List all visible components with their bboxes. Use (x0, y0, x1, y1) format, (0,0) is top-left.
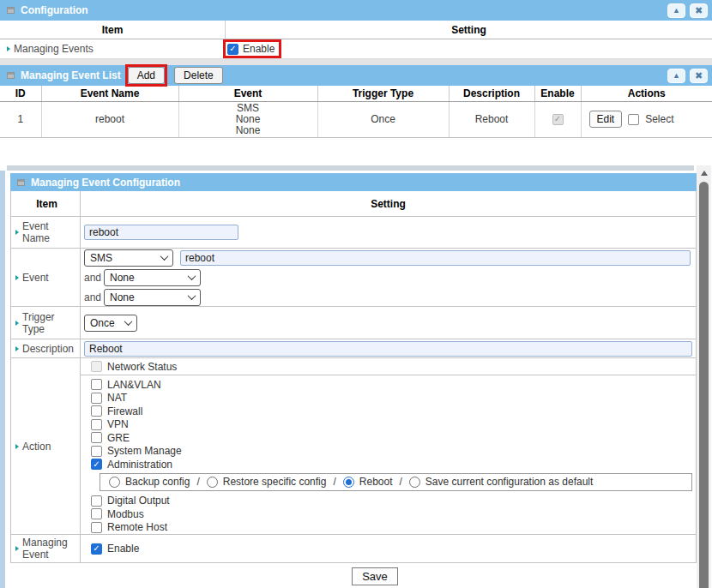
firewall-label: Firewall (107, 405, 142, 417)
panel-table: Item Setting Event Name reboot Event (10, 191, 697, 563)
window-icon (7, 7, 15, 14)
vpn-checkbox[interactable] (91, 419, 102, 430)
and-label: and (84, 272, 101, 284)
separator: / (196, 476, 199, 488)
list-item: VPN (91, 418, 696, 432)
event-name-input[interactable]: reboot (84, 225, 238, 240)
enable-label: Enable (243, 43, 275, 55)
event-row: Event SMS reboot and None (11, 249, 696, 307)
action-label: Action (22, 441, 51, 453)
row-arrow-icon (15, 444, 19, 449)
panel-top-strip (7, 165, 694, 171)
network-status-checkbox (91, 361, 102, 372)
column-actions: Actions (581, 86, 712, 101)
event-type-1: SMS (179, 103, 317, 114)
header-buttons: ▲ ✖ (667, 69, 708, 83)
gre-checkbox[interactable] (91, 432, 102, 443)
managing-events-enable-checkbox[interactable] (227, 44, 238, 55)
digital-output-checkbox[interactable] (91, 495, 102, 507)
restore-config-radio[interactable] (207, 477, 218, 488)
event-list-section: Managing Event List Add Delete ▲ ✖ ID Ev… (0, 65, 712, 138)
column-item: Item (11, 191, 81, 216)
remote-host-label: Remote Host (107, 521, 167, 533)
window-icon (17, 179, 25, 186)
event-type-value: SMS (90, 252, 156, 264)
description-input[interactable]: Reboot (84, 341, 692, 357)
scrollbar[interactable] (697, 165, 711, 588)
list-item: Administration (91, 458, 696, 471)
panel-content: Managing Event Configuration Item Settin… (10, 173, 697, 588)
chevron-down-icon (188, 272, 196, 280)
event-and1-select[interactable]: None (104, 269, 201, 286)
column-trigger-type: Trigger Type (317, 86, 449, 101)
cell-event: SMS None None (178, 101, 317, 137)
window-icon (7, 72, 15, 79)
administration-label: Administration (107, 459, 172, 471)
table-row: 1 reboot SMS None None Once Reboot Edit … (0, 101, 712, 137)
edit-button[interactable]: Edit (589, 111, 623, 128)
cell-actions: Edit Select (581, 101, 712, 137)
administration-checkbox[interactable] (91, 459, 102, 470)
delete-button[interactable]: Delete (174, 67, 223, 84)
event-type-3: None (179, 125, 317, 136)
nat-label: NAT (107, 392, 127, 404)
managing-event-row: Managing Event Enable (11, 535, 696, 563)
row-arrow-icon (15, 230, 19, 235)
close-icon[interactable]: ✖ (690, 3, 708, 18)
system-manage-checkbox[interactable] (91, 446, 102, 457)
backup-config-radio[interactable] (109, 477, 120, 488)
row-arrow-icon (15, 321, 19, 326)
list-item: GRE (91, 431, 696, 445)
select-checkbox[interactable] (628, 114, 639, 125)
description-row: Description Reboot (11, 339, 696, 358)
lanvlan-label: LAN&VLAN (107, 379, 161, 391)
list-item: NAT (91, 392, 696, 405)
reboot-radio[interactable] (343, 477, 354, 488)
nat-checkbox[interactable] (91, 393, 102, 404)
collapse-icon[interactable]: ▲ (667, 3, 685, 18)
cell-description: Reboot (449, 101, 534, 137)
event-list-table: ID Event Name Event Trigger Type Descrip… (0, 86, 712, 138)
event-list-header-bar: Managing Event List Add Delete ▲ ✖ (0, 65, 712, 86)
trigger-type-select[interactable]: Once (84, 315, 137, 332)
column-event: Event (178, 86, 317, 101)
scrollbar-thumb[interactable] (699, 182, 709, 588)
event-and2-value: None (110, 291, 184, 303)
save-button[interactable]: Save (352, 567, 398, 585)
backup-config-label: Backup config (125, 476, 190, 488)
panel-title: Managing Event Configuration (31, 177, 180, 189)
cell-trigger-type: Once (317, 101, 449, 137)
managing-event-enable-checkbox[interactable] (91, 543, 102, 555)
panel-table-header: Item Setting (11, 191, 696, 217)
list-item: Firewall (91, 405, 696, 418)
firewall-checkbox[interactable] (91, 405, 102, 417)
configuration-header-bar: Configuration ▲ ✖ (0, 0, 712, 21)
lanvlan-checkbox[interactable] (91, 379, 102, 390)
column-enable: Enable (534, 86, 581, 101)
modbus-checkbox[interactable] (91, 508, 102, 519)
modbus-label: Modbus (107, 508, 144, 520)
close-icon[interactable]: ✖ (690, 69, 708, 83)
scroll-up-icon[interactable] (697, 165, 711, 180)
add-highlight-box: Add (125, 64, 167, 87)
save-default-radio[interactable] (409, 477, 420, 488)
section-divider (0, 59, 712, 65)
digital-output-label: Digital Output (107, 495, 170, 507)
system-manage-label: System Manage (107, 445, 182, 457)
add-button[interactable]: Add (128, 67, 165, 84)
chevron-down-icon (188, 291, 196, 300)
header-buttons: ▲ ✖ (667, 3, 708, 18)
event-configuration-panel: Managing Event Configuration Item Settin… (0, 165, 712, 588)
row-arrow-icon (15, 546, 19, 551)
event-type-2: None (179, 114, 317, 125)
event-label: Event (22, 272, 49, 284)
event-and2-select[interactable]: None (104, 289, 201, 306)
collapse-icon[interactable]: ▲ (667, 69, 685, 83)
event-type-select[interactable]: SMS (84, 249, 173, 267)
trigger-type-row: Trigger Type Once (11, 307, 696, 339)
remote-host-checkbox[interactable] (91, 522, 102, 533)
vpn-label: VPN (107, 418, 129, 430)
column-setting: Setting (226, 24, 712, 36)
row-enable-checkbox (552, 114, 564, 125)
event-text-input[interactable]: reboot (180, 250, 691, 266)
